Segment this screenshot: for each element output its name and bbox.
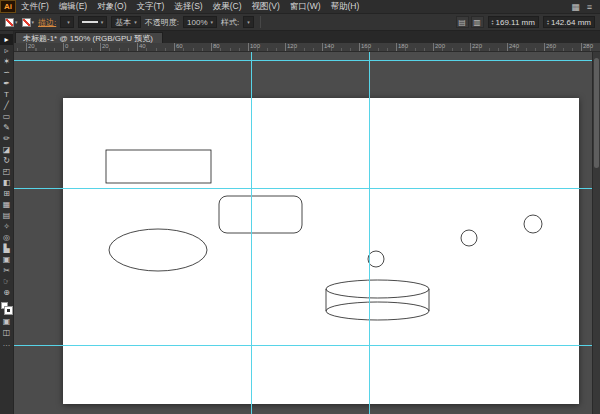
ruler-label: 180 — [398, 43, 408, 49]
value-stepper[interactable]: ▴ ▾ — [547, 19, 549, 26]
document-tab[interactable]: 未标题-1* @ 150% (RGB/GPU 预览) — [15, 32, 163, 43]
stroke-panel-link[interactable]: 描边: — [38, 17, 56, 28]
illustrator-window: Ai 文件(F)编辑(E)对象(O)文字(T)选择(S)效果(C)视图(V)窗口… — [0, 0, 600, 414]
chevron-down-icon: ▾ — [67, 20, 70, 25]
ruler-label: 280 — [583, 43, 593, 49]
shape-builder-tool[interactable]: ◧ — [0, 177, 13, 188]
ruler-label: 60 — [176, 43, 183, 49]
canvas-row — [14, 52, 600, 414]
slice-tool[interactable]: ✂ — [0, 265, 13, 276]
direct-selection-tool[interactable]: ▹ — [0, 45, 13, 56]
ruler-label: 160 — [361, 43, 371, 49]
ruler-label: 200 — [435, 43, 445, 49]
workspace: ▸▹✶∽✒T╱▭✎✏◪↻◰◧⊞▦▤✧◎▙▣✂☞⊕ ▣◫… 未标题-1* @ 15… — [0, 31, 600, 414]
brush-definition-select[interactable]: 基本 ▾ — [111, 16, 141, 28]
opacity-label: 不透明度: — [145, 17, 179, 28]
style-select[interactable]: ▾ — [243, 16, 254, 28]
y-position-value: 142.64 mm — [551, 18, 591, 27]
lasso-tool[interactable]: ∽ — [0, 67, 13, 78]
line-segment-tool[interactable]: ╱ — [0, 100, 13, 111]
document-area: 未标题-1* @ 150% (RGB/GPU 预览) 2002040608010… — [14, 31, 600, 414]
canvas-area[interactable] — [14, 52, 592, 414]
gradient-tool[interactable]: ▤ — [0, 210, 13, 221]
menu-object[interactable]: 对象(O) — [92, 0, 131, 13]
tool-bar: ▸▹✶∽✒T╱▭✎✏◪↻◰◧⊞▦▤✧◎▙▣✂☞⊕ ▣◫… — [0, 31, 14, 414]
document-tab-bar: 未标题-1* @ 150% (RGB/GPU 预览) — [14, 31, 600, 43]
chevron-down-icon: ▾ — [32, 20, 35, 25]
horizontal-ruler[interactable]: 2002040608010012014016018020022024026028… — [14, 43, 600, 52]
control-bar: ▾ ▾ 描边: ▾ ▾ 基本 ▾ 不透明度: 100% ▾ 样式: ▾ ▤▥ — [0, 14, 600, 31]
x-position-field[interactable]: ▴ ▾ 169.11 mm — [488, 16, 539, 28]
menu-file[interactable]: 文件(F) — [16, 0, 54, 13]
stepper-down-icon[interactable]: ▾ — [547, 22, 549, 26]
paintbrush-tool[interactable]: ✎ — [0, 122, 13, 133]
stroke-color-swatch[interactable] — [22, 18, 31, 27]
stepper-down-icon[interactable]: ▾ — [492, 22, 494, 26]
blend-tool[interactable]: ◎ — [0, 232, 13, 243]
menu-effect[interactable]: 效果(C) — [208, 0, 247, 13]
hand-tool[interactable]: ☞ — [0, 276, 13, 287]
menu-edit[interactable]: 编辑(E) — [54, 0, 92, 13]
controlbar-icons: ▤▥ — [456, 16, 484, 28]
stroke-swatch[interactable] — [5, 307, 12, 314]
ruler-label: 140 — [324, 43, 334, 49]
chevron-down-icon: ▾ — [134, 20, 137, 25]
preferences-icon[interactable]: ▥ — [471, 16, 484, 28]
stroke-width-select[interactable]: ▾ — [60, 16, 74, 28]
chevron-down-icon: ▾ — [211, 20, 214, 25]
y-position-field[interactable]: ▴ ▾ 142.64 mm — [543, 16, 595, 28]
value-stepper[interactable]: ▴ ▾ — [492, 19, 494, 26]
artboard-tool[interactable]: ▣ — [0, 254, 13, 265]
menu-type[interactable]: 文字(T) — [131, 0, 169, 13]
selection-tool[interactable]: ▸ — [0, 34, 13, 45]
zoom-tool[interactable]: ⊕ — [0, 287, 13, 298]
edit-toolbar-icon[interactable]: … — [0, 338, 13, 349]
scale-tool[interactable]: ◰ — [0, 166, 13, 177]
fill-color-swatch[interactable] — [5, 18, 14, 27]
chevron-down-icon: ▾ — [101, 20, 104, 25]
ruler-label: 0 — [65, 43, 68, 49]
perspective-grid-tool[interactable]: ⊞ — [0, 188, 13, 199]
ruler-label: 260 — [546, 43, 556, 49]
pencil-tool[interactable]: ✏ — [0, 133, 13, 144]
menu-select[interactable]: 选择(S) — [169, 0, 207, 13]
ruler-label: 20 — [102, 43, 109, 49]
menu-window[interactable]: 窗口(W) — [285, 0, 326, 13]
controlbar-right: ▤▥ ▴ ▾ 169.11 mm ▴ ▾ 142.64 mm — [456, 16, 596, 28]
brush-definition-value: 基本 — [115, 17, 131, 28]
workspace-switcher-icon[interactable]: ≡ — [587, 2, 592, 12]
eraser-tool[interactable]: ◪ — [0, 144, 13, 155]
ruler-label: 220 — [472, 43, 482, 49]
toolbar-color-swatches[interactable] — [1, 302, 12, 314]
ruler-label: 40 — [139, 43, 146, 49]
type-tool[interactable]: T — [0, 89, 13, 100]
opacity-value: 100% — [187, 18, 207, 27]
magic-wand-tool[interactable]: ✶ — [0, 56, 13, 67]
fill-color-control[interactable]: ▾ — [5, 18, 18, 27]
menu-help[interactable]: 帮助(H) — [326, 0, 365, 13]
ruler-label: 80 — [213, 43, 220, 49]
rectangle-tool[interactable]: ▭ — [0, 111, 13, 122]
pen-tool[interactable]: ✒ — [0, 78, 13, 89]
menu-view[interactable]: 视图(V) — [247, 0, 285, 13]
stroke-color-control[interactable]: ▾ — [22, 18, 35, 27]
screen-mode-icon[interactable]: ◫ — [0, 327, 13, 338]
mesh-tool[interactable]: ▦ — [0, 199, 13, 210]
stroke-profile-icon — [82, 21, 98, 23]
vertical-scrollbar[interactable] — [592, 52, 600, 414]
drawing-mode-icon[interactable]: ▣ — [0, 316, 13, 327]
rotate-tool[interactable]: ↻ — [0, 155, 13, 166]
column-graph-tool[interactable]: ▙ — [0, 243, 13, 254]
width-profile-select[interactable]: ▾ — [78, 16, 108, 28]
scrollbar-thumb[interactable] — [594, 58, 599, 168]
ruler-label: 240 — [509, 43, 519, 49]
opacity-select[interactable]: 100% ▾ — [183, 16, 217, 28]
eyedropper-tool[interactable]: ✧ — [0, 221, 13, 232]
arrange-documents-icon[interactable]: ▦ — [571, 2, 580, 12]
artboard[interactable] — [63, 98, 579, 404]
ruler-label: 120 — [287, 43, 297, 49]
menu-list: 文件(F)编辑(E)对象(O)文字(T)选择(S)效果(C)视图(V)窗口(W)… — [16, 0, 364, 13]
canvas-svg — [14, 52, 592, 414]
document-setup-icon[interactable]: ▤ — [456, 16, 469, 28]
x-position-value: 169.11 mm — [496, 18, 535, 27]
